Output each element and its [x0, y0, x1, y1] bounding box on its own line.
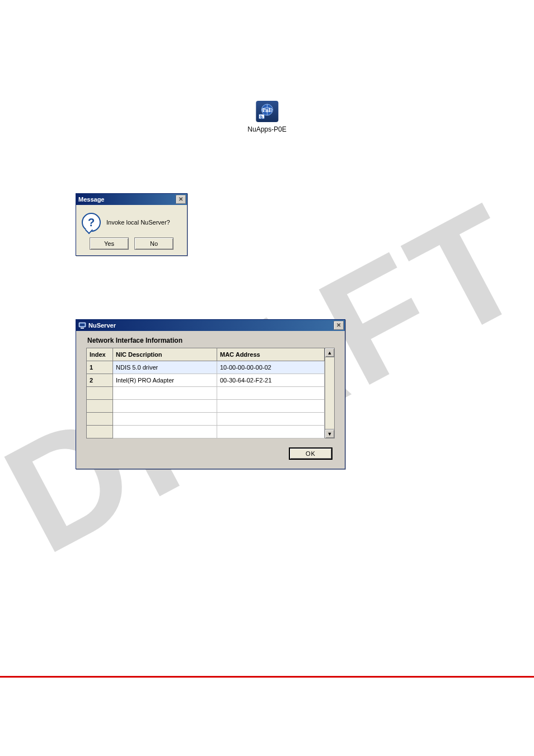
message-dialog: Message ✕ ? Invoke local NuServer? Yes N… [76, 193, 188, 256]
nic-heading: Network Interface Information [87, 337, 335, 344]
cell-nic [113, 413, 217, 426]
vertical-scrollbar[interactable]: ▲ ▼ [325, 348, 335, 438]
question-icon: ? [82, 213, 101, 232]
cell-mac [217, 400, 325, 413]
cell-index [87, 413, 113, 426]
table-row[interactable]: 1NDIS 5.0 driver10-00-00-00-00-02 [87, 361, 325, 374]
scroll-up-icon[interactable]: ▲ [325, 348, 334, 357]
cell-index: 1 [87, 361, 113, 374]
table-row[interactable]: 2Intel(R) PRO Adapter00-30-64-02-F2-21 [87, 374, 325, 387]
cell-nic [113, 426, 217, 438]
message-dialog-text: Invoke local NuServer? [106, 219, 170, 226]
table-row[interactable] [87, 426, 325, 438]
poe-app-icon: PoE [256, 101, 278, 122]
table-row[interactable] [87, 400, 325, 413]
cell-index [87, 387, 113, 400]
cell-nic: Intel(R) PRO Adapter [113, 374, 217, 387]
section-divider [0, 676, 534, 678]
cell-index [87, 400, 113, 413]
cell-index: 2 [87, 374, 113, 387]
no-button[interactable]: No [134, 237, 174, 250]
ok-button[interactable]: OK [289, 447, 332, 460]
cell-nic [113, 387, 217, 400]
table-row[interactable] [87, 413, 325, 426]
nic-table[interactable]: Index NIC Description MAC Address 1NDIS … [86, 348, 325, 438]
scroll-down-icon[interactable]: ▼ [325, 429, 334, 438]
col-nic[interactable]: NIC Description [113, 348, 217, 361]
message-dialog-titlebar[interactable]: Message ✕ [76, 194, 187, 205]
col-index[interactable]: Index [87, 348, 113, 361]
nuserver-titlebar[interactable]: NuServer ✕ [76, 320, 345, 331]
nuserver-dialog: NuServer ✕ Network Interface Information… [76, 319, 345, 469]
close-icon[interactable]: ✕ [176, 195, 186, 204]
nuserver-title: NuServer [88, 322, 116, 329]
nic-table-container: Index NIC Description MAC Address 1NDIS … [86, 348, 335, 438]
cell-index [87, 426, 113, 438]
desktop-shortcut[interactable]: PoE NuApps-P0E [247, 101, 286, 133]
svg-rect-5 [81, 328, 84, 329]
yes-button[interactable]: Yes [90, 237, 129, 250]
cell-mac: 00-30-64-02-F2-21 [217, 374, 325, 387]
close-icon[interactable]: ✕ [334, 321, 344, 330]
table-row[interactable] [87, 387, 325, 400]
cell-mac: 10-00-00-00-00-02 [217, 361, 325, 374]
desktop-shortcut-label: NuApps-P0E [247, 125, 286, 133]
svg-text:PoE: PoE [262, 107, 272, 113]
svg-rect-4 [80, 324, 85, 326]
nuserver-app-icon [78, 321, 86, 329]
cell-nic [113, 400, 217, 413]
cell-nic: NDIS 5.0 driver [113, 361, 217, 374]
col-mac[interactable]: MAC Address [217, 348, 325, 361]
cell-mac [217, 387, 325, 400]
message-dialog-title: Message [78, 196, 104, 203]
cell-mac [217, 426, 325, 438]
cell-mac [217, 413, 325, 426]
